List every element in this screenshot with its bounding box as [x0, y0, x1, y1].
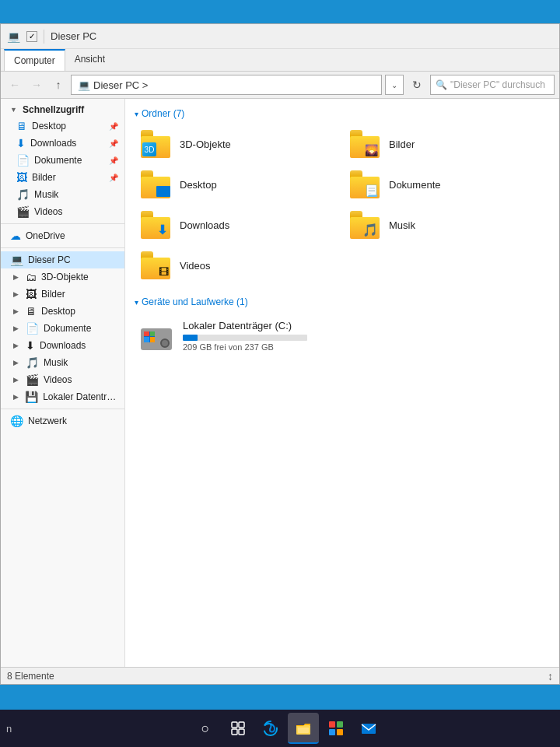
title-bar: 💻 ✓ Dieser PC	[1, 24, 559, 49]
drive-c-fill	[183, 335, 198, 341]
sidebar-desktop-label: Desktop	[32, 121, 66, 132]
folder-icon-dokumente: 📃	[350, 170, 381, 198]
svg-rect-3	[239, 729, 244, 735]
pin-icon-4: 📌	[109, 174, 118, 182]
sidebar-item-bilder-pc[interactable]: ▶ 🖼 Bilder	[1, 286, 124, 303]
sidebar-item-videos-pc[interactable]: ▶ 🎬 Videos	[1, 371, 124, 388]
chevron-3d: ▶	[13, 273, 21, 281]
sidebar-item-onedrive[interactable]: ☁ OneDrive	[1, 227, 124, 244]
search-box[interactable]: 🔍 "Dieser PC" durchsuch	[430, 75, 555, 95]
address-dropdown[interactable]: ⌄	[385, 75, 404, 95]
sidebar-dieser-pc-label: Dieser PC	[28, 254, 71, 265]
sidebar-item-desktop-pc[interactable]: ▶ 🖥 Desktop	[1, 303, 124, 320]
sidebar-item-desktop-quick[interactable]: 🖥 Desktop 📌	[1, 117, 124, 135]
folder-bilder-text: Bilder	[389, 139, 415, 150]
dieser-pc-icon: 💻	[10, 254, 23, 266]
taskbar-mail-btn[interactable]	[353, 713, 384, 744]
downloads-icon: ⬇	[16, 137, 26, 149]
sidebar-quick-access-label: Schnellzugriff	[23, 104, 84, 115]
sidebar-onedrive-label: OneDrive	[26, 230, 65, 241]
refresh-button[interactable]: ↻	[407, 75, 427, 95]
title-bar-icon: 💻	[7, 30, 20, 43]
onedrive-icon: ☁	[10, 230, 21, 242]
item-count: 8 Elemente	[7, 671, 54, 682]
folder-videos-icon: 🎬	[26, 374, 39, 386]
sidebar-quick-access-header[interactable]: ▼ Schnellzugriff	[1, 102, 124, 117]
folder-desktop-icon: 🖥	[26, 305, 37, 317]
title-bar-divider	[44, 30, 44, 44]
folder-item-videos[interactable]: 🎞 Videos	[135, 247, 341, 284]
sidebar-item-musik-pc[interactable]: ▶ 🎵 Musik	[1, 354, 124, 371]
folder-icon-desktop	[141, 170, 172, 198]
sidebar-item-videos-quick[interactable]: 🎬 Videos	[1, 203, 124, 220]
folder-item-3d[interactable]: 3D 3D-Objekte	[135, 125, 341, 163]
folder-item-musik[interactable]: 🎵 Musik	[344, 206, 550, 244]
taskbar-edge-btn[interactable]	[255, 713, 286, 744]
sidebar-item-dieser-pc[interactable]: 💻 Dieser PC	[1, 251, 124, 268]
sidebar-lokaler-label: Lokaler Datenträger	[43, 391, 118, 402]
sidebar-item-downloads-quick[interactable]: ⬇ Downloads 📌	[1, 135, 124, 152]
status-bar: 8 Elemente ↕	[1, 667, 559, 684]
folder-dok-icon: 📄	[26, 322, 39, 335]
taskbar-search-btn[interactable]: ○	[190, 713, 221, 744]
taskbar-taskview-btn[interactable]	[222, 713, 254, 744]
pin-icon-3: 📌	[109, 156, 118, 165]
folders-section-label: Ordner (7)	[142, 108, 184, 119]
sidebar-item-dokumente-quick[interactable]: 📄 Dokumente 📌	[1, 152, 124, 169]
explorer-window: 💻 ✓ Dieser PC Computer Ansicht ← → ↑ 💻 D…	[0, 23, 560, 685]
folder-desktop-text: Desktop	[180, 179, 217, 191]
tab-computer[interactable]: Computer	[4, 49, 65, 71]
drives-list: Lokaler Datenträger (C:) 209 GB frei von…	[135, 314, 550, 358]
chevron-desktop: ▶	[13, 307, 21, 315]
address-path[interactable]: 💻 Dieser PC >	[71, 75, 382, 95]
content-area: Ordner (7) 3D 3D-Objekte	[125, 99, 559, 667]
sidebar-downloads-pc-label: Downloads	[40, 340, 86, 351]
sidebar-item-dokumente-pc[interactable]: ▶ 📄 Dokumente	[1, 320, 124, 337]
pin-icon: 📌	[109, 122, 118, 131]
folder-item-downloads[interactable]: ⬇ Downloads	[135, 206, 341, 244]
svg-rect-5	[298, 728, 309, 733]
tab-ansicht[interactable]: Ansicht	[65, 49, 114, 71]
sidebar-bilder-pc-label: Bilder	[41, 289, 65, 300]
sidebar-item-downloads-pc[interactable]: ▶ ⬇ Downloads	[1, 337, 124, 354]
drive-c[interactable]: Lokaler Datenträger (C:) 209 GB frei von…	[135, 314, 550, 358]
search-placeholder: "Dieser PC" durchsuch	[450, 79, 545, 90]
desktop-icon: 🖥	[16, 120, 27, 132]
taskview-icon	[231, 721, 245, 735]
folder-item-bilder[interactable]: 🌄 Bilder	[344, 125, 550, 163]
folder-item-desktop[interactable]: Desktop	[135, 166, 341, 203]
sidebar-item-3d[interactable]: ▶ 🗂 3D-Objekte	[1, 268, 124, 286]
taskbar-explorer-btn[interactable]	[288, 713, 319, 744]
hdd-icon: 💾	[25, 391, 38, 403]
svg-rect-10	[362, 724, 376, 734]
chevron-lokaler: ▶	[13, 393, 20, 401]
drive-c-icon	[141, 322, 175, 350]
svg-rect-9	[337, 729, 343, 735]
svg-rect-1	[239, 722, 244, 728]
title-bar-checkbox[interactable]: ✓	[26, 31, 37, 42]
edge-icon	[262, 720, 279, 737]
ribbon: Computer Ansicht	[1, 49, 559, 72]
folder-musik-icon: 🎵	[26, 356, 39, 369]
folder-item-dokumente[interactable]: 📃 Dokumente	[344, 166, 550, 203]
sidebar-musik-label: Musik	[34, 189, 58, 200]
address-bar: ← → ↑ 💻 Dieser PC > ⌄ ↻ 🔍 "Dieser PC" du…	[1, 72, 559, 99]
taskbar-store-btn[interactable]	[320, 713, 352, 744]
sidebar-videos-pc-label: Videos	[44, 374, 72, 385]
sidebar-item-musik-quick[interactable]: 🎵 Musik	[1, 186, 124, 203]
sidebar-item-lokaler[interactable]: ▶ 💾 Lokaler Datenträger	[1, 388, 124, 405]
main-area: ▼ Schnellzugriff 🖥 Desktop 📌 ⬇ Downloads…	[1, 99, 559, 667]
drive-c-bar	[183, 335, 307, 341]
sidebar-item-bilder-quick[interactable]: 🖼 Bilder 📌	[1, 169, 124, 186]
sidebar-item-netzwerk[interactable]: 🌐 Netzwerk	[1, 412, 124, 430]
folder-3d-icon: 🗂	[26, 271, 37, 283]
up-button[interactable]: ↑	[49, 75, 68, 94]
back-button[interactable]: ←	[5, 75, 24, 94]
sidebar: ▼ Schnellzugriff 🖥 Desktop 📌 ⬇ Downloads…	[1, 99, 125, 667]
sidebar-dokumente-pc-label: Dokumente	[44, 323, 91, 334]
forward-button[interactable]: →	[27, 75, 46, 94]
explorer-icon	[295, 719, 312, 736]
divider-1	[1, 223, 124, 224]
sidebar-downloads-label: Downloads	[30, 138, 76, 149]
folder-bilder-icon: 🖼	[26, 288, 37, 300]
